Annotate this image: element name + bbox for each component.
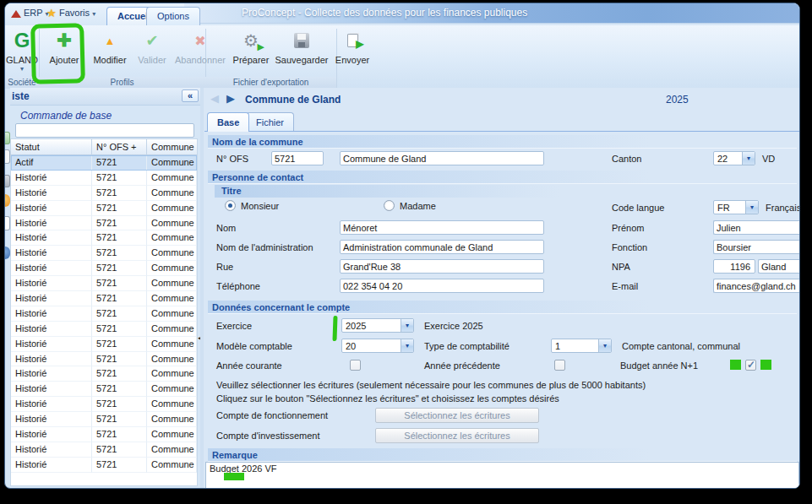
column-header-statut[interactable]: Statut [11,139,92,155]
prenom-input[interactable]: Julien [713,220,800,235]
table-row[interactable]: Historié5721Commune de [11,442,197,458]
table-row[interactable]: Historié5721Commune de [11,291,197,306]
chevron-down-icon[interactable]: ▾ [742,152,755,165]
table-row[interactable]: Actif5721Commune de [11,155,197,171]
table-row[interactable]: Historié5721Commune de [11,261,197,276]
table-cell: Historié [11,412,92,427]
erp-menu-label: ERP [24,8,42,18]
window-title: ProConcept - Collecte des données pour l… [242,7,527,19]
commune-name-input[interactable]: Commune de Gland [340,151,544,165]
annee-courante-checkbox[interactable] [350,360,361,371]
administration-input[interactable]: Administration communale de Gland [340,240,544,254]
ecritures-note-2: Cliquez sur le bouton "Sélectionnez les … [216,393,559,404]
budget-n1-label: Budget année N+1 [620,360,698,371]
sauvegarder-button[interactable]: Sauvegarder [274,27,330,65]
record-year: 2025 [666,94,689,106]
tab-options[interactable]: Options [146,7,200,25]
column-header-ofs[interactable]: N° OFS + [92,139,147,155]
exercice-text: Exercice 2025 [424,321,483,331]
table-cell: Commune de [147,382,197,397]
table-row[interactable]: Historié5721Commune de [11,230,197,246]
table-row[interactable]: Historié5721Commune de [11,216,197,231]
table-cell: Historié [11,246,92,261]
remarque-textarea[interactable]: Budget 2026 VF [205,462,799,489]
fonction-input[interactable]: Boursier [713,240,800,254]
table-row[interactable]: Historié5721Commune de [11,427,197,442]
table-cell: Historié [11,171,92,186]
canton-text: VD [762,154,775,164]
table-row[interactable]: Historié5721Commune de [11,186,197,201]
abandonner-button[interactable]: ✖ Abandonner [172,27,228,65]
erp-logo-icon [11,10,21,18]
radio-monsieur[interactable] [225,200,236,211]
valider-button[interactable]: ✔ Valider [134,27,171,65]
email-input[interactable]: finances@gland.ch [713,279,800,293]
preparer-button[interactable]: ⚙▶ Préparer [230,27,272,65]
table-row[interactable]: Historié5721Commune de [11,322,197,337]
column-header-commune[interactable]: Commune [147,139,197,155]
nom-input[interactable]: Ménoret [340,220,544,235]
ofs-input[interactable]: 5721 [271,151,324,165]
exercice-dropdown[interactable]: 2025 ▾ [341,318,414,333]
table-cell: Historié [11,458,92,473]
envoyer-button[interactable]: ▶ Envoyer [331,27,373,65]
type-comptabilite-dropdown[interactable]: 1 ▾ [551,339,612,353]
star-icon: ★ [46,7,57,19]
chevron-down-icon[interactable]: ▾ [401,319,413,332]
ville-input[interactable]: Gland [758,259,800,274]
table-cell: Commune de [147,291,197,306]
select-ecritures-investissement-button[interactable]: Sélectionnez les écritures [375,428,539,443]
chevron-down-icon[interactable]: ▾ [745,201,758,214]
code-langue-value: FR [717,203,730,213]
search-input[interactable] [15,123,194,138]
tab-base[interactable]: Base [207,112,249,132]
table-row[interactable]: Historié5721Commune de [11,412,197,427]
code-langue-dropdown[interactable]: FR ▾ [713,200,759,214]
nav-forward-icon[interactable]: ▶ [226,92,235,105]
tab-fichier[interactable]: Fichier [246,112,294,132]
table-cell: 5721 [92,397,147,412]
table-cell: Historié [11,337,92,352]
table-row[interactable]: Historié5721Commune de [11,171,197,186]
favoris-menu-label: Favoris [59,8,90,18]
table-cell: 5721 [92,366,147,382]
ofs-label: N° OFS [216,154,248,164]
nom-label: Nom [216,223,236,233]
chevron-down-icon[interactable]: ▾ [598,339,611,352]
modifier-button[interactable]: ▲ Modifier [88,27,132,65]
table-cell: 5721 [92,322,147,337]
canton-dropdown[interactable]: 22 ▾ [713,151,755,165]
favoris-menu[interactable]: Favoris ▾ [59,8,95,18]
table-cell: Historié [11,442,92,458]
select-ecritures-fonctionnement-button[interactable]: Sélectionnez les écritures [375,408,539,423]
table-cell: Commune de [147,352,197,367]
table-row[interactable]: Historié5721Commune de [11,397,197,412]
telephone-input[interactable]: 022 354 04 20 [340,279,544,293]
table-cell: Commune de [147,322,197,337]
save-disk-icon [294,33,309,48]
erp-menu[interactable]: ERP ▾ [24,8,49,18]
npa-input[interactable]: 1196 [713,259,755,274]
annotation-green-square [760,360,771,370]
table-row[interactable]: Historié5721Commune de [11,337,197,352]
annee-precedente-checkbox[interactable] [554,360,565,371]
table-row[interactable]: Historié5721Commune de [11,382,197,397]
table-row[interactable]: Historié5721Commune de [11,246,197,261]
radio-madame[interactable] [384,200,395,211]
modele-dropdown[interactable]: 20 ▾ [341,339,414,353]
chevron-down-icon[interactable]: ▾ [401,339,413,352]
collapse-panel-button[interactable]: « [182,89,199,102]
table-row[interactable]: Historié5721Commune de [11,306,197,322]
nav-back-icon[interactable]: ◀ [210,92,219,105]
table-row[interactable]: Historié5721Commune de [11,366,197,382]
rue-input[interactable]: Grand'Rue 38 [340,259,544,274]
table-row[interactable]: Historié5721Commune de [11,201,197,216]
type-comptabilite-value: 1 [555,341,560,351]
table-cell: Historié [11,216,92,231]
table-row[interactable]: Historié5721Commune de [11,458,197,473]
budget-n1-checkbox[interactable]: ✓ [745,360,756,371]
envoyer-button-label: Envoyer [331,55,373,65]
table-row[interactable]: Historié5721Commune de [11,352,197,367]
table-cell: Commune de [147,458,197,473]
table-row[interactable]: Historié5721Commune de [11,276,197,291]
